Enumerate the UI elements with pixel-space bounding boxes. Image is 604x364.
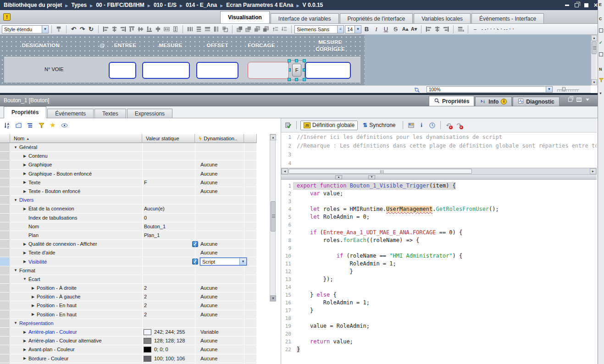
breadcrumb-item[interactable]: Bibliothèque du projet xyxy=(4,2,62,8)
io-field[interactable] xyxy=(196,62,238,79)
global-definition-button[interactable]: JS Définition globale xyxy=(300,121,358,130)
bring-to-front-icon[interactable] xyxy=(235,25,244,33)
expand-closed-icon[interactable]: ▶ xyxy=(22,339,28,343)
property-row[interactable]: ▼Représentation xyxy=(0,319,257,328)
code-line[interactable]: 19 value = RoleAdmin; xyxy=(281,322,597,330)
breadcrumb-item[interactable]: V 0.0.15 xyxy=(303,2,323,8)
align-center-h-icon[interactable] xyxy=(110,25,119,33)
zoom-combo[interactable]: 100% ▼ xyxy=(427,86,553,93)
code-line[interactable]: 8 roles.forEach((roleName) => { xyxy=(281,237,597,244)
property-value[interactable]: 0 xyxy=(144,214,147,222)
property-value[interactable]: 2 xyxy=(144,310,147,319)
code-line[interactable]: 10 if (roleName == "HMI Administrator") … xyxy=(281,252,597,260)
text-align-right-icon[interactable] xyxy=(442,25,450,33)
italic-button[interactable]: I xyxy=(372,25,381,33)
send-to-back-icon[interactable] xyxy=(261,25,270,33)
property-row[interactable]: ▶TexteFAucune xyxy=(0,178,257,187)
tab-interface-de-variables[interactable]: Interface de variables xyxy=(271,13,339,23)
dynamisation-dropdown[interactable]: Script▼ xyxy=(200,258,247,265)
property-value[interactable]: Aucun(e) xyxy=(144,204,165,213)
chevron-down-icon[interactable]: ▼ xyxy=(355,26,361,33)
dynamisation-value[interactable]: Aucune xyxy=(200,292,217,301)
property-row[interactable]: ▶Bordure - Couleur100; 100; 106Aucune xyxy=(0,354,257,363)
property-value[interactable]: 2 xyxy=(144,292,147,301)
dynamisation-value[interactable]: Aucune xyxy=(200,160,217,169)
expand-closed-icon[interactable]: ▶ xyxy=(22,154,28,158)
column-header-nom[interactable]: Nom▲ xyxy=(10,134,142,143)
chevron-down-icon[interactable]: ▼ xyxy=(239,258,246,265)
text-align-left-icon[interactable] xyxy=(424,25,433,33)
code-line[interactable]: 22} xyxy=(281,346,597,353)
undo-error-icon[interactable]: ↶ xyxy=(444,121,453,130)
expand-closed-icon[interactable]: ▶ xyxy=(22,180,28,184)
dynamisation-value[interactable]: Aucune xyxy=(200,310,217,319)
canvas-vertical-scrollbar[interactable]: ▲ ▼ xyxy=(591,35,597,85)
breadcrumb-item[interactable]: 014 - E_Ana xyxy=(186,2,217,8)
code-line[interactable]: 11 RoleAdmin = 1; xyxy=(281,260,597,268)
font-size-up-icon[interactable]: A▴ xyxy=(401,25,410,33)
dynamisation-value[interactable]: Aucune xyxy=(200,170,217,178)
inspector-tab-diagnostic[interactable]: Diagnostic xyxy=(513,97,559,106)
expand-open-icon[interactable]: ▼ xyxy=(13,268,18,272)
redo-error-icon[interactable]: ↷ xyxy=(455,121,464,130)
dynamisation-value[interactable]: Variable xyxy=(200,328,219,336)
expand-open-icon[interactable]: ▼ xyxy=(22,277,28,281)
tab-order-down-icon[interactable] xyxy=(280,25,288,33)
color-swatch[interactable] xyxy=(144,329,151,335)
property-row[interactable]: PlanPlan_1 xyxy=(0,231,257,240)
distribute-horizontal-icon[interactable] xyxy=(186,25,194,33)
checkbox-checked[interactable]: ✓ xyxy=(192,241,198,247)
selected-button-wrapper[interactable]: F xyxy=(289,61,305,80)
scrollbar-thumb[interactable] xyxy=(271,201,276,232)
list-levels-icon[interactable]: ± xyxy=(456,25,465,33)
code-line[interactable]: 4 let roles = HMIRuntime.UserManagement.… xyxy=(281,205,597,213)
io-field[interactable] xyxy=(305,62,351,79)
task-card-icon[interactable] xyxy=(599,52,603,56)
property-row[interactable]: NomBouton_1 xyxy=(0,222,257,231)
code-line[interactable]: 13 }); xyxy=(281,276,597,283)
breadcrumb-item[interactable]: 00 - FB/FC/DB/IHM xyxy=(96,2,144,8)
breadcrumb-item[interactable]: 010 - E/S xyxy=(154,2,177,8)
align-middle-icon[interactable] xyxy=(136,25,145,33)
chevron-down-icon[interactable]: ▼ xyxy=(42,26,48,33)
expand-closed-icon[interactable]: ▶ xyxy=(30,312,36,316)
property-row[interactable]: ▶GraphiqueAucune xyxy=(0,160,257,169)
expand-closed-icon[interactable]: ▶ xyxy=(22,171,28,176)
script-code-editor[interactable]: 1export function Bouton_1_Visible_Trigge… xyxy=(281,180,597,364)
category-view-icon[interactable] xyxy=(14,121,22,129)
tab-propri-t-s[interactable]: Propriétés xyxy=(4,106,46,118)
property-row[interactable]: ▶Position - À gauche2Aucune xyxy=(0,292,257,301)
expand-closed-icon[interactable]: ▶ xyxy=(22,347,28,352)
favorites-icon[interactable]: ★ xyxy=(49,121,57,129)
screen-canvas[interactable]: N° VOIE F DESIGNATION@ENTREEMESUREOFFSET… xyxy=(0,35,591,85)
selection-handle[interactable] xyxy=(303,78,306,81)
warning-icon[interactable]: ! xyxy=(3,13,11,21)
code-line[interactable]: 6 xyxy=(281,221,597,229)
code-line[interactable]: 1//Insérer ici les définitions pour les … xyxy=(281,133,597,142)
expand-closed-icon[interactable]: ▶ xyxy=(30,295,36,299)
property-row[interactable]: ▼Écart xyxy=(0,275,257,284)
dynamisation-value[interactable]: Aucune xyxy=(200,336,217,345)
float-window-icon[interactable] xyxy=(568,98,572,102)
code-line[interactable]: 3 xyxy=(281,198,597,205)
variables-icon[interactable] xyxy=(407,121,416,130)
code-line[interactable]: 15 } else { xyxy=(281,291,597,299)
underline-button[interactable]: U xyxy=(382,25,390,33)
code-line[interactable]: 21 return value; xyxy=(281,338,597,346)
filter-icon[interactable] xyxy=(598,77,604,83)
expand-closed-icon[interactable]: ▶ xyxy=(22,163,28,167)
dynamisation-value[interactable]: Aucune xyxy=(200,345,217,353)
expand-closed-icon[interactable]: ▶ xyxy=(22,207,28,211)
property-row[interactable]: Index de tabulisations0 xyxy=(0,214,257,222)
list-view-icon[interactable] xyxy=(26,121,34,129)
global-definition-editor[interactable]: 1//Insérer ici les définitions pour les … xyxy=(281,133,597,168)
rotate-right-icon[interactable]: ↷ xyxy=(78,25,87,33)
expand-closed-icon[interactable]: ▶ xyxy=(30,303,36,308)
property-row[interactable]: ▶Texte d'aideAucune xyxy=(0,248,257,257)
line-solid-icon[interactable]: — xyxy=(471,25,480,33)
code-line[interactable]: 12 } xyxy=(281,268,597,276)
expand-closed-icon[interactable]: ▶ xyxy=(22,330,28,334)
chevron-down-icon[interactable]: ▼ xyxy=(546,87,552,92)
column-header-dynamisation[interactable]: ϟDynamisation.. xyxy=(195,134,244,143)
scroll-up-icon[interactable]: ▲ xyxy=(591,35,597,41)
